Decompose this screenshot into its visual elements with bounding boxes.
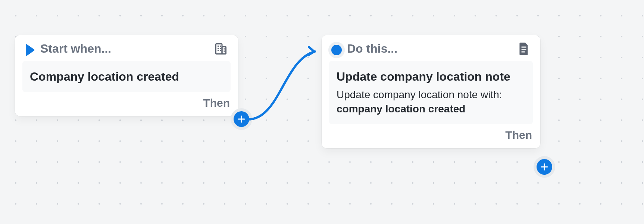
card-header: Start when... bbox=[15, 35, 238, 59]
trigger-header-label: Start when... bbox=[40, 42, 111, 56]
play-icon bbox=[22, 42, 38, 58]
card-header: Do this... bbox=[322, 35, 540, 59]
step-dot-icon bbox=[328, 42, 345, 58]
add-step-button[interactable] bbox=[534, 156, 555, 178]
svg-rect-13 bbox=[522, 49, 526, 50]
add-step-button[interactable] bbox=[231, 108, 252, 130]
action-chip[interactable]: Update company location note Update comp… bbox=[329, 61, 533, 124]
svg-rect-12 bbox=[522, 46, 526, 47]
trigger-title: Company location created bbox=[30, 69, 223, 84]
action-description: Update company location note with: compa… bbox=[337, 88, 525, 116]
action-header-label: Do this... bbox=[347, 42, 397, 56]
card-footer: Then bbox=[15, 95, 238, 116]
svg-rect-0 bbox=[216, 44, 222, 54]
document-icon bbox=[518, 42, 530, 56]
card-footer: Then bbox=[322, 127, 540, 148]
building-icon bbox=[214, 42, 228, 56]
then-label: Then bbox=[505, 129, 532, 141]
then-label: Then bbox=[203, 97, 230, 109]
action-title: Update company location note bbox=[337, 69, 525, 84]
svg-rect-1 bbox=[222, 47, 226, 54]
action-card[interactable]: Do this... Update company location note … bbox=[322, 35, 540, 148]
trigger-card[interactable]: Start when... Company location created T… bbox=[15, 35, 238, 116]
flow-connector bbox=[246, 41, 332, 127]
svg-rect-14 bbox=[522, 51, 525, 52]
trigger-chip[interactable]: Company location created bbox=[22, 61, 231, 92]
